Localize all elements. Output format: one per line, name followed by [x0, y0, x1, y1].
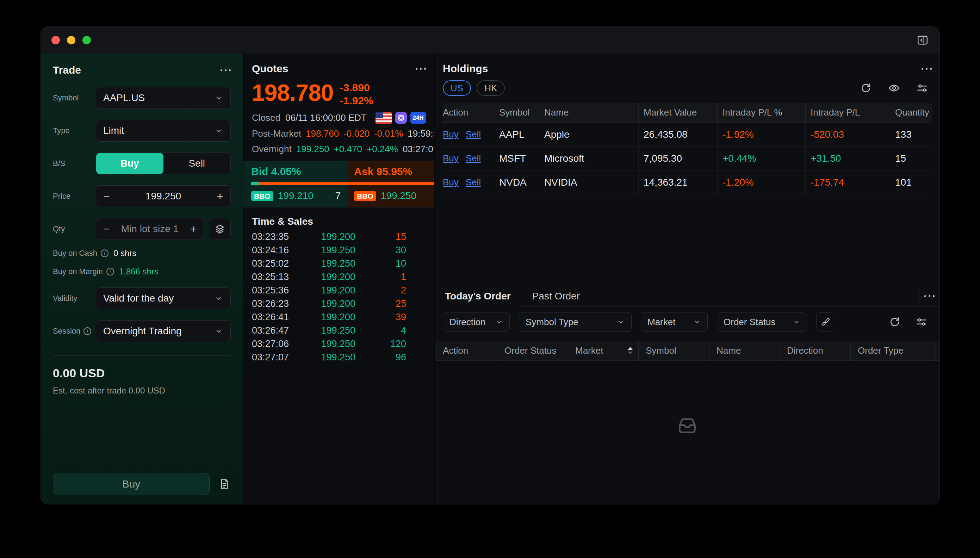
window-controls [51, 36, 91, 44]
holdings-tab-hk[interactable]: HK [477, 80, 505, 96]
symbol-label: Symbol [53, 94, 96, 102]
bid-ask-block: Bid 4.05% Ask 95.95% BBO 199.210 7 [243, 161, 434, 207]
clear-filters-button[interactable] [816, 312, 835, 332]
quotes-panel-title: Quotes [252, 63, 288, 75]
order-status-filter[interactable]: Order Status [717, 312, 807, 332]
time-sales-row: 03:25:13 199.200 1 [252, 270, 426, 284]
qty-increment-button[interactable]: + [186, 223, 197, 235]
price-stepper: − 199.250 + [96, 185, 231, 207]
holdings-buy-link[interactable]: Buy [443, 153, 459, 164]
buy-on-cash-label: Buy on Cash [53, 249, 97, 258]
trade-size: 120 [356, 338, 426, 350]
col-market-value: Market Value [639, 103, 718, 122]
trade-size: 96 [356, 352, 426, 363]
layers-icon [214, 223, 225, 235]
info-icon[interactable]: i [101, 249, 108, 257]
order-type-value: Limit [103, 125, 124, 136]
trade-size: 4 [356, 325, 426, 336]
holdings-buy-link[interactable]: Buy [443, 129, 459, 140]
refresh-icon[interactable] [889, 316, 901, 328]
trade-size: 10 [356, 258, 426, 269]
direction-filter[interactable]: Direction [443, 312, 510, 332]
orbit-session-icon [395, 112, 407, 124]
time-sales-list[interactable]: 03:23:35 199.200 15 03:24:16 199.250 30 … [243, 230, 434, 364]
holdings-sell-link[interactable]: Sell [466, 129, 481, 140]
trade-more-menu-icon[interactable] [221, 69, 231, 71]
holding-name: Apple [539, 123, 639, 146]
holdings-sell-link[interactable]: Sell [466, 177, 481, 188]
holding-market-value: 14,363.21 [639, 171, 718, 194]
orders-more-menu-icon[interactable] [924, 295, 934, 297]
holdings-table: Action Symbol Name Market Value Intraday… [443, 103, 932, 194]
trade-time: 03:23:35 [252, 231, 315, 242]
holdings-more-menu-icon[interactable] [921, 68, 932, 70]
qty-decrement-button[interactable]: − [103, 223, 114, 235]
holding-symbol: MSFT [494, 146, 539, 170]
status-timestamp: 06/11 16:00:00 EDT [285, 112, 367, 123]
col-name: Name [710, 341, 780, 360]
post-market-change: -0.020 [343, 128, 370, 139]
tab-todays-order[interactable]: Today's Order [435, 286, 521, 307]
minimize-window-button[interactable] [67, 36, 75, 44]
holdings-buy-link[interactable]: Buy [443, 177, 459, 188]
chevron-down-icon [214, 327, 223, 336]
quotes-more-menu-icon[interactable] [416, 68, 426, 70]
price-input[interactable]: 199.250 [114, 190, 213, 202]
column-settings-icon[interactable] [916, 316, 928, 328]
trade-price: 199.250 [315, 338, 356, 350]
post-market-label: Post-Market [252, 128, 301, 139]
holdings-row: Buy Sell MSFT Microsoft 7,095.30 +0.44% … [443, 146, 932, 171]
qty-input[interactable]: Min lot size 1 [114, 223, 186, 235]
time-sales-row: 03:24:16 199.250 30 [252, 243, 426, 257]
price-decrement-button[interactable]: − [103, 190, 114, 202]
holding-intraday-pl-pct: +0.44% [718, 146, 806, 170]
holdings-sell-link[interactable]: Sell [466, 153, 481, 164]
collapse-sidebar-icon[interactable] [916, 34, 929, 46]
column-settings-icon[interactable] [916, 82, 928, 94]
refresh-icon[interactable] [860, 82, 872, 94]
time-sales-row: 03:27:07 199.250 96 [252, 351, 426, 364]
bid-bbo-row: BBO 199.210 7 [243, 190, 348, 202]
quotes-panel: Quotes 198.780 -3.890 -1.92% Closed 06/1… [243, 54, 435, 504]
buy-toggle-option[interactable]: Buy [96, 153, 164, 174]
market-filter[interactable]: Market [641, 312, 708, 332]
col-symbol: Symbol [639, 341, 710, 360]
est-cost-after-trade: Est. cost after trade 0.00 USD [53, 386, 231, 396]
trade-size: 2 [356, 285, 426, 296]
order-ticket-icon[interactable] [218, 478, 231, 491]
holdings-tab-us[interactable]: US [443, 80, 471, 96]
chevron-down-icon [693, 318, 701, 326]
eye-icon[interactable] [888, 82, 900, 94]
ask-percent-label: Ask 95.95% [348, 166, 434, 177]
col-market-label: Market [575, 345, 603, 356]
trade-panel-title: Trade [53, 64, 81, 76]
trade-time: 03:25:02 [252, 258, 315, 269]
sell-toggle-option[interactable]: Sell [164, 153, 231, 174]
overnight-row: Overnight 199.250 +0.470 +0.24% 03:27:07… [243, 144, 434, 155]
price-increment-button[interactable]: + [213, 190, 223, 202]
validity-label: Validity [53, 294, 96, 303]
buy-on-margin-row: Buy on Margin i 1,866 shrs [53, 267, 231, 277]
sort-icon [628, 347, 633, 354]
buy-on-cash-value: 0 shrs [113, 248, 136, 258]
post-market-time: 19:59:58 [408, 128, 434, 139]
order-type-select[interactable]: Limit [96, 120, 231, 142]
tab-past-order[interactable]: Past Order [521, 286, 591, 306]
trade-time: 03:26:41 [252, 312, 315, 323]
position-presets-button[interactable] [209, 218, 231, 240]
info-icon[interactable]: i [84, 327, 91, 335]
close-window-button[interactable] [51, 36, 60, 44]
zoom-window-button[interactable] [82, 36, 91, 44]
24h-badge: 24H [410, 112, 426, 124]
info-icon[interactable]: i [107, 268, 114, 276]
validity-select[interactable]: Valid for the day [96, 287, 231, 309]
session-select[interactable]: Overnight Trading [96, 320, 231, 342]
overnight-label: Overnight [252, 144, 292, 155]
chevron-down-icon [495, 318, 503, 326]
post-market-change-pct: -0.01% [374, 128, 403, 139]
col-market[interactable]: Market [568, 341, 639, 360]
time-sales-row: 03:25:02 199.250 10 [252, 257, 426, 270]
symbol-select[interactable]: AAPL.US [96, 87, 231, 109]
symbol-type-filter[interactable]: Symbol Type [519, 312, 632, 332]
buy-submit-button[interactable]: Buy [53, 473, 210, 495]
